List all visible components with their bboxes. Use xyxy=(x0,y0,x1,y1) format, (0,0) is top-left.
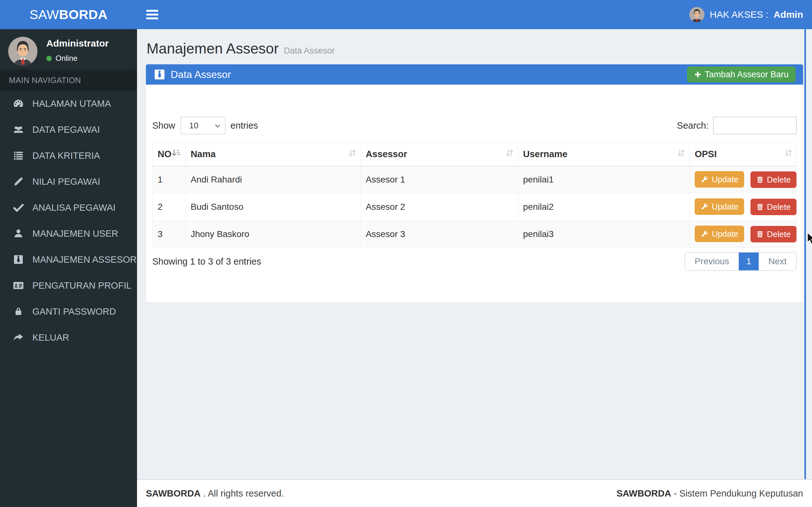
cell-username: penilai1 xyxy=(518,166,689,193)
top-navbar: SAWBORDA HAK AKSES : Admin xyxy=(0,0,812,29)
user-avatar xyxy=(689,7,705,22)
sidebar: Administrator Online MAIN NAVIGATION HAL… xyxy=(0,29,137,507)
entries-label: entries xyxy=(231,120,258,131)
pagination-page-1[interactable]: 1 xyxy=(739,252,759,270)
update-button[interactable]: Update xyxy=(695,171,744,187)
lock-icon xyxy=(11,306,26,317)
cell-username: penilai2 xyxy=(518,193,689,221)
cell-nama: Budi Santoso xyxy=(185,193,360,221)
search-input[interactable] xyxy=(713,117,797,134)
check-icon xyxy=(11,202,26,213)
sidebar-item-manajemen-assesor[interactable]: MANAJEMEN ASSESOR xyxy=(0,246,137,273)
app-logo[interactable]: SAWBORDA xyxy=(0,0,137,29)
column-header-username[interactable]: Username xyxy=(518,143,689,166)
mouse-cursor xyxy=(807,232,812,247)
column-header-opsi[interactable]: OPSI xyxy=(690,143,797,166)
pagination-next[interactable]: Next xyxy=(759,252,796,270)
users-icon xyxy=(11,124,26,135)
cell-no: 3 xyxy=(153,221,186,248)
panel-header: Data Assesor Tambah Assesor Baru xyxy=(146,64,803,84)
sort-amount-asc-icon xyxy=(171,148,182,161)
update-button[interactable]: Update xyxy=(695,226,744,242)
user-icon xyxy=(11,228,26,239)
cell-nama: Jhony Baskoro xyxy=(185,221,360,248)
table-row: 3 Jhony Baskoro Assesor 3 penilai3 Updat… xyxy=(153,221,797,248)
page-subtitle: Data Assesor xyxy=(284,46,335,56)
chevron-down-icon xyxy=(214,122,221,129)
footer-copyright: SAWBORDA . All rights reserved. xyxy=(146,488,284,499)
user-menu[interactable]: HAK AKSES : Admin xyxy=(689,0,803,29)
sidebar-item-manajemen-user[interactable]: MANAJEMEN USER xyxy=(0,221,137,246)
sidebar-item-data-kriteria[interactable]: DATA KRITERIA xyxy=(0,143,137,169)
sort-both-icon xyxy=(505,148,514,161)
data-assessor-panel: Data Assesor Tambah Assesor Baru Show 10… xyxy=(146,64,803,302)
sidebar-user-panel: Administrator Online xyxy=(0,29,137,70)
cell-no: 1 xyxy=(153,166,186,193)
sidebar-item-nilai-pegawai[interactable]: NILAI PEGAWAI xyxy=(0,169,137,194)
table-row: 2 Budi Santoso Assesor 2 penilai2 Update… xyxy=(153,193,797,221)
footer: SAWBORDA . All rights reserved. SAWBORDA… xyxy=(137,479,812,507)
sidebar-user-name: Administrator xyxy=(46,38,109,49)
sidebar-item-analisa-pegawai[interactable]: ANALISA PEGAWAI xyxy=(0,194,137,221)
logo-text-bold: BORDA xyxy=(59,7,107,22)
cell-username: penilai3 xyxy=(518,221,689,248)
online-status-icon xyxy=(46,56,52,61)
cell-assessor: Assesor 1 xyxy=(360,166,518,193)
sign-out-icon xyxy=(11,332,26,343)
sidebar-item-halaman-utama[interactable]: HALAMAN UTAMA xyxy=(0,91,137,117)
sort-both-icon xyxy=(784,148,793,161)
column-header-assessor[interactable]: Assessor xyxy=(360,143,518,166)
column-header-no[interactable]: NO xyxy=(153,143,186,166)
delete-button[interactable]: Delete xyxy=(751,226,797,242)
trash-icon xyxy=(756,176,764,183)
sort-both-icon xyxy=(348,148,357,161)
sidebar-item-pengaturan-profil[interactable]: PENGATURAN PROFIL xyxy=(0,273,137,298)
hamburger-icon xyxy=(146,10,158,19)
update-button[interactable]: Update xyxy=(695,199,744,215)
show-label: Show xyxy=(152,120,175,131)
wrench-icon xyxy=(700,203,709,211)
content-header: Manajemen Assesor Data Assesor xyxy=(137,29,812,57)
page-length-select[interactable]: 10 xyxy=(181,117,225,134)
black-tie-icon xyxy=(154,68,165,80)
add-assessor-button[interactable]: Tambah Assesor Baru xyxy=(687,66,796,82)
pagination: Previous 1 Next xyxy=(684,252,797,271)
pagination-previous[interactable]: Previous xyxy=(685,252,739,270)
column-header-nama[interactable]: Nama xyxy=(185,143,360,166)
sidebar-user-status[interactable]: Online xyxy=(46,54,109,63)
id-card-icon xyxy=(11,280,26,291)
assessor-table: NO Nama Assessor xyxy=(152,142,797,248)
sidebar-section-header: MAIN NAVIGATION xyxy=(0,70,137,91)
search-label: Search: xyxy=(677,120,709,131)
sidebar-toggle-button[interactable] xyxy=(137,0,167,29)
pencil-icon xyxy=(11,176,26,187)
logo-text-light: SAW xyxy=(30,7,59,22)
wrench-icon xyxy=(700,230,709,238)
sidebar-item-keluar[interactable]: KELUAR xyxy=(0,325,137,350)
sidebar-item-data-pegawai[interactable]: DATA PEGAWAI xyxy=(0,117,137,143)
plus-icon xyxy=(694,71,702,78)
delete-button[interactable]: Delete xyxy=(751,171,797,188)
cell-no: 2 xyxy=(153,193,186,221)
sort-both-icon xyxy=(676,148,686,161)
sidebar-item-ganti-password[interactable]: GANTI PASSWORD xyxy=(0,298,137,325)
scrollbar[interactable] xyxy=(804,29,806,479)
delete-button[interactable]: Delete xyxy=(751,199,797,215)
dashboard-icon xyxy=(11,98,26,109)
cell-assessor: Assesor 3 xyxy=(360,221,518,248)
sidebar-menu: HALAMAN UTAMA DATA PEGAWAI DATA KRITERIA… xyxy=(0,91,137,350)
black-tie-icon xyxy=(11,254,26,265)
page-title: Manajemen Assesor xyxy=(147,40,279,57)
wrench-icon xyxy=(700,175,709,183)
table-row: 1 Andi Rahardi Assesor 1 penilai1 Update… xyxy=(153,166,797,193)
access-label: HAK AKSES : xyxy=(710,9,768,20)
trash-icon xyxy=(756,203,764,211)
table-info: Showing 1 to 3 of 3 entries xyxy=(152,257,261,267)
list-icon xyxy=(11,150,26,161)
footer-app-description: SAWBORDA - Sistem Pendukung Keputusan xyxy=(617,488,803,499)
panel-title: Data Assesor xyxy=(171,69,231,80)
access-role: Admin xyxy=(774,9,803,20)
trash-icon xyxy=(756,230,764,238)
user-avatar xyxy=(8,36,38,66)
cell-nama: Andi Rahardi xyxy=(185,166,360,193)
